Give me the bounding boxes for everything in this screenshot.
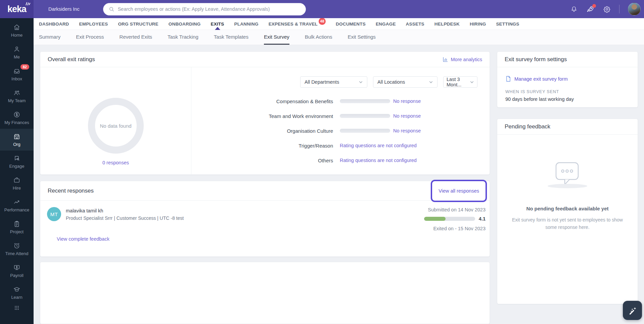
view-complete-feedback-link[interactable]: View complete feedback — [57, 236, 109, 242]
sidebar-item-label: Inbox — [11, 76, 22, 81]
performance-icon — [13, 198, 20, 206]
keka-logo[interactable]: keka — [0, 0, 34, 18]
time-attend-icon — [13, 242, 20, 249]
tab-hiring[interactable]: HIRING — [470, 18, 486, 30]
subtab-exit-settings[interactable]: Exit Settings — [348, 30, 375, 45]
responses-count-link[interactable]: 0 responses — [102, 160, 129, 165]
subtab-task-templates[interactable]: Task Templates — [214, 30, 248, 45]
whats-new-rocket-icon[interactable] — [586, 5, 595, 13]
subtab-reverted-exits[interactable]: Reverted Exits — [120, 30, 152, 45]
settings-gear-icon[interactable] — [603, 5, 611, 13]
exit-survey-form-settings-panel: Exit survey form settings Manage exit su… — [497, 51, 638, 108]
no-response-link[interactable]: No response — [393, 98, 421, 104]
tab-engage[interactable]: ENGAGE — [376, 18, 396, 30]
notifications-bell-icon[interactable] — [570, 5, 578, 13]
sidebar-item-home[interactable]: Home — [0, 19, 34, 41]
search-icon — [108, 6, 115, 12]
sidebar-item-performance[interactable]: Performance — [0, 194, 34, 216]
sidebar-item-label: Hire — [13, 186, 21, 191]
sidebar-item-engage[interactable]: Engage — [0, 151, 34, 172]
tab-assets[interactable]: ASSETS — [406, 18, 424, 30]
rating-bar-empty — [340, 99, 390, 103]
sidebar-item-time-attend[interactable]: Time Attend — [0, 238, 34, 260]
org-icon — [13, 133, 20, 140]
no-response-link[interactable]: No response — [393, 113, 421, 119]
ratings-donut-section: No data found 0 responses — [40, 67, 191, 175]
subtab-task-tracking[interactable]: Task Tracking — [168, 30, 198, 45]
tab-exits[interactable]: EXITS — [211, 18, 224, 30]
subtab-exit-process[interactable]: Exit Process — [76, 30, 104, 45]
rating-row-team-environment: Team and Work environment No response — [191, 113, 477, 119]
sidebar-item-org[interactable]: Org — [0, 129, 34, 151]
subtab-exit-survey[interactable]: Exit Survey — [264, 30, 289, 45]
pending-feedback-panel: Pending feedback No pending feedback ava… — [497, 119, 638, 304]
lower-panel-cutoff — [40, 262, 490, 324]
magic-wand-icon — [628, 306, 638, 316]
sidebar-item-label: Me — [14, 54, 20, 59]
logo-spark-icon — [25, 1, 31, 6]
overall-ratings-title: Overall exit ratings — [48, 56, 95, 63]
rating-row-compensation: Compensation & Benefits No response — [191, 98, 477, 105]
inbox-count-badge: 82 — [20, 64, 29, 70]
sidebar-item-learn[interactable]: Learn — [0, 282, 34, 303]
sidebar-item-my-finances[interactable]: My Finances — [0, 107, 34, 129]
rating-row-trigger-reason: Trigger/Reason Rating questions are not … — [191, 142, 477, 149]
logo-text: keka — [7, 4, 26, 14]
period-filter-dropdown[interactable]: Last 3 Mont... — [443, 76, 477, 88]
donut-empty-text: No data found — [100, 123, 131, 129]
not-configured-link[interactable]: Rating questions are not configured — [340, 143, 417, 148]
subtab-summary[interactable]: Summary — [39, 30, 60, 45]
submitted-date: Submitted on 14 Nov 2023 — [428, 207, 486, 212]
search-input[interactable] — [118, 6, 301, 12]
assistant-fab-button[interactable] — [623, 301, 642, 320]
project-icon — [13, 220, 20, 228]
tab-org-structure[interactable]: ORG STRUCTURE — [118, 18, 158, 30]
sidebar-item-my-team[interactable]: My Team — [0, 85, 34, 107]
tab-onboarding[interactable]: ONBOARDING — [169, 18, 201, 30]
tab-settings[interactable]: SETTINGS — [496, 18, 519, 30]
sidebar-item-label: Engage — [9, 164, 25, 169]
tab-planning[interactable]: PLANNING — [234, 18, 259, 30]
global-search[interactable] — [103, 3, 306, 15]
tab-documents[interactable]: DOCUMENTS — [336, 18, 366, 30]
view-all-responses-button[interactable]: View all responses — [433, 183, 484, 199]
not-configured-link[interactable]: Rating questions are not configured — [340, 158, 417, 163]
bar-chart-icon — [442, 56, 448, 63]
sidebar-apps-menu[interactable] — [0, 304, 34, 318]
empty-state-description: Exit survey form is not yet sent to empl… — [511, 216, 624, 231]
exited-date: Exited on - 15 Nov 2023 — [433, 226, 486, 231]
sidebar-item-label: Performance — [4, 207, 29, 212]
sidebar-item-project[interactable]: Project — [0, 216, 34, 238]
subtab-bulk-actions[interactable]: Bulk Actions — [305, 30, 332, 45]
when-is-survey-sent-value: 90 days before last working day — [497, 94, 638, 102]
no-response-link[interactable]: No response — [393, 128, 421, 133]
learn-icon — [13, 286, 20, 293]
tab-employees[interactable]: EMPLOYEES — [79, 18, 108, 30]
sidebar-item-payroll[interactable]: Payroll — [0, 260, 34, 282]
chevron-down-icon — [429, 80, 433, 84]
sidebar-item-me[interactable]: Me — [0, 41, 34, 63]
more-analytics-link[interactable]: More analytics — [442, 56, 482, 63]
document-icon — [505, 76, 511, 82]
home-icon — [13, 24, 20, 31]
speech-bubble-icon — [552, 161, 583, 187]
rating-row-organisation-culture: Organisation Culture No response — [191, 127, 477, 134]
tab-expenses-travel[interactable]: EXPENSES & TRAVEL 48 — [269, 18, 326, 30]
manage-exit-survey-form-link[interactable]: Manage exit survey form — [497, 67, 638, 82]
when-is-survey-sent-label: WHEN IS SURVEY SENT — [497, 82, 638, 94]
tab-dashboard[interactable]: DASHBOARD — [39, 18, 69, 30]
tab-helpdesk[interactable]: HELPDESK — [434, 18, 460, 30]
sidebar-item-label: Payroll — [10, 273, 24, 278]
response-list-item: MT malavika tamil kh Product Specialist … — [40, 201, 490, 231]
sidebar-item-inbox[interactable]: 82 Inbox — [0, 63, 34, 85]
response-score-value: 4.1 — [479, 216, 486, 221]
exit-ratings-donut: No data found — [88, 98, 144, 154]
chevron-down-icon — [359, 80, 363, 84]
sidebar-item-hire[interactable]: Hire — [0, 172, 34, 194]
departments-filter-dropdown[interactable]: All Departments — [300, 76, 367, 88]
user-avatar[interactable] — [628, 3, 641, 15]
top-bar: keka Darksiders Inc — [0, 0, 644, 18]
locations-filter-dropdown[interactable]: All Locations — [373, 76, 438, 88]
topbar-divider — [619, 5, 619, 13]
app-sidebar: Home Me 82 Inbox My Team My Finances Org… — [0, 18, 34, 324]
